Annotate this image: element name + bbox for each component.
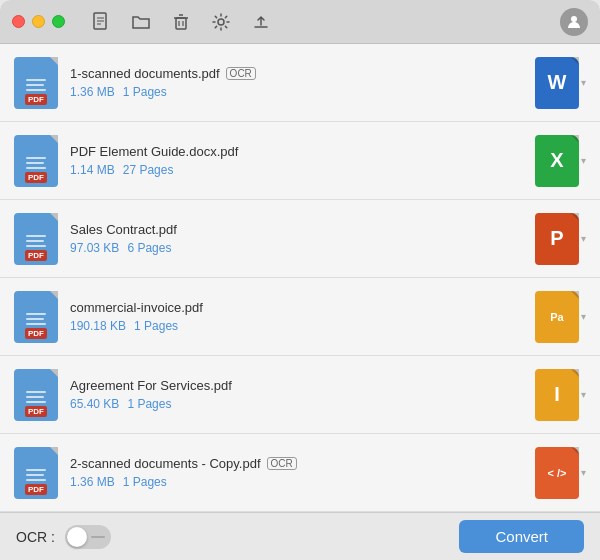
file-name: Agreement For Services.pdf [70, 378, 535, 393]
output-letter: Pa [550, 311, 563, 323]
file-name-text: 1-scanned documents.pdf [70, 66, 220, 81]
window-buttons [12, 15, 65, 28]
pdf-line [26, 401, 46, 403]
chevron-down-icon: ▾ [581, 311, 586, 322]
file-info: commercial-invoice.pdf190.18 KB1 Pages [70, 300, 535, 333]
file-item[interactable]: PDF Agreement For Services.pdf65.40 KB1 … [0, 356, 600, 434]
pdf-lines [26, 469, 46, 481]
file-meta: 65.40 KB1 Pages [70, 397, 535, 411]
pdf-badge: PDF [25, 328, 47, 339]
chevron-down-icon: ▾ [581, 389, 586, 400]
file-pages[interactable]: 27 Pages [123, 163, 174, 177]
output-icon-word[interactable]: W [535, 57, 579, 109]
pdf-line [26, 89, 46, 91]
file-name-text: Agreement For Services.pdf [70, 378, 232, 393]
output-letter: W [548, 71, 567, 94]
account-icon[interactable] [560, 8, 588, 36]
pdf-line [26, 240, 44, 242]
ocr-toggle[interactable] [65, 525, 111, 549]
chevron-down-icon: ▾ [581, 233, 586, 244]
pdf-line [26, 313, 46, 315]
file-pages[interactable]: 1 Pages [123, 85, 167, 99]
pdf-line [26, 167, 46, 169]
file-name: commercial-invoice.pdf [70, 300, 535, 315]
svg-point-9 [218, 19, 224, 25]
output-icon-pa[interactable]: Pa [535, 291, 579, 343]
file-name: 1-scanned documents.pdfOCR [70, 66, 535, 81]
pdf-badge: PDF [25, 172, 47, 183]
file-item[interactable]: PDF 1-scanned documents.pdfOCR1.36 MB1 P… [0, 44, 600, 122]
file-item[interactable]: PDF Sales Contract.pdf97.03 KB6 PagesP▾ [0, 200, 600, 278]
file-pages[interactable]: 1 Pages [127, 397, 171, 411]
output-letter: X [550, 149, 563, 172]
file-item[interactable]: PDF PDF Element Guide.docx.pdf1.14 MB27 … [0, 122, 600, 200]
file-name: 2-scanned documents - Copy.pdfOCR [70, 456, 535, 471]
ocr-badge: OCR [226, 67, 256, 80]
file-meta: 1.36 MB1 Pages [70, 475, 535, 489]
file-size: 1.36 MB [70, 85, 115, 99]
file-name: PDF Element Guide.docx.pdf [70, 144, 535, 159]
ocr-badge: OCR [267, 457, 297, 470]
pdf-line [26, 469, 46, 471]
pdf-line [26, 235, 46, 237]
pdf-lines [26, 391, 46, 403]
pdf-icon: PDF [14, 291, 58, 343]
file-pages[interactable]: 6 Pages [127, 241, 171, 255]
file-name: Sales Contract.pdf [70, 222, 535, 237]
output-letter: < /> [548, 467, 567, 479]
file-pages[interactable]: 1 Pages [123, 475, 167, 489]
upload-icon[interactable] [249, 10, 273, 34]
chevron-down-icon: ▾ [581, 155, 586, 166]
output-icon-code[interactable]: < /> [535, 447, 579, 499]
titlebar [0, 0, 600, 44]
ocr-label: OCR : [16, 529, 55, 545]
file-meta: 1.36 MB1 Pages [70, 85, 535, 99]
file-info: 1-scanned documents.pdfOCR1.36 MB1 Pages [70, 66, 535, 99]
file-size: 1.36 MB [70, 475, 115, 489]
file-item[interactable]: PDF 2-scanned documents - Copy.pdfOCR1.3… [0, 434, 600, 512]
file-list: PDF 1-scanned documents.pdfOCR1.36 MB1 P… [0, 44, 600, 512]
pdf-line [26, 245, 46, 247]
pdf-line [26, 474, 44, 476]
file-item[interactable]: PDF commercial-invoice.pdf190.18 KB1 Pag… [0, 278, 600, 356]
output-icon-ppt[interactable]: P [535, 213, 579, 265]
pdf-line [26, 162, 44, 164]
file-meta: 190.18 KB1 Pages [70, 319, 535, 333]
pdf-badge: PDF [25, 484, 47, 495]
file-info: 2-scanned documents - Copy.pdfOCR1.36 MB… [70, 456, 535, 489]
file-info: PDF Element Guide.docx.pdf1.14 MB27 Page… [70, 144, 535, 177]
svg-point-10 [571, 16, 577, 22]
file-pages[interactable]: 1 Pages [134, 319, 178, 333]
settings-icon[interactable] [209, 10, 233, 34]
pdf-lines [26, 157, 46, 169]
bottom-bar: OCR : Convert [0, 512, 600, 560]
pdf-line [26, 318, 44, 320]
pdf-line [26, 391, 46, 393]
pdf-lines [26, 313, 46, 325]
minimize-button[interactable] [32, 15, 45, 28]
output-icon-excel[interactable]: X [535, 135, 579, 187]
file-name-text: 2-scanned documents - Copy.pdf [70, 456, 261, 471]
pdf-line [26, 157, 46, 159]
close-button[interactable] [12, 15, 25, 28]
pdf-icon: PDF [14, 135, 58, 187]
pdf-lines [26, 79, 46, 91]
chevron-down-icon: ▾ [581, 467, 586, 478]
open-folder-icon[interactable] [129, 10, 153, 34]
trash-icon[interactable] [169, 10, 193, 34]
pdf-badge: PDF [25, 406, 47, 417]
output-letter: P [550, 227, 563, 250]
new-file-icon[interactable] [89, 10, 113, 34]
file-name-text: Sales Contract.pdf [70, 222, 177, 237]
convert-button[interactable]: Convert [459, 520, 584, 553]
pdf-icon: PDF [14, 447, 58, 499]
maximize-button[interactable] [52, 15, 65, 28]
pdf-icon: PDF [14, 57, 58, 109]
pdf-line [26, 479, 46, 481]
output-icon-indd[interactable]: I [535, 369, 579, 421]
file-size: 65.40 KB [70, 397, 119, 411]
pdf-badge: PDF [25, 94, 47, 105]
toggle-knob [67, 527, 87, 547]
file-name-text: PDF Element Guide.docx.pdf [70, 144, 238, 159]
pdf-line [26, 79, 46, 81]
